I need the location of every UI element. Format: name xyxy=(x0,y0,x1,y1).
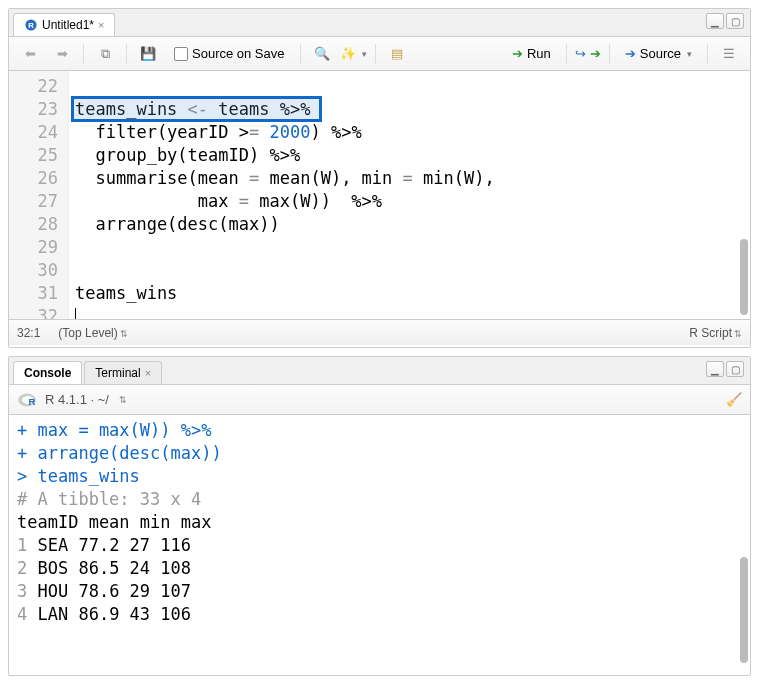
maximize-pane-button[interactable]: ▢ xyxy=(726,361,744,377)
r-file-icon: R xyxy=(24,18,38,32)
code-tools-button[interactable]: ✨▾ xyxy=(341,42,367,66)
session-switcher-icon[interactable]: ⇅ xyxy=(119,395,127,405)
console-session-label: R 4.1.1 · ~/ xyxy=(45,392,109,407)
save-icon: 💾 xyxy=(140,46,156,61)
minimize-pane-button[interactable]: ▁ xyxy=(706,13,724,29)
run-button[interactable]: ➔ Run xyxy=(505,42,558,65)
run-icon: ➔ xyxy=(512,46,523,61)
source-on-save-toggle[interactable]: Source on Save xyxy=(167,42,292,65)
editor-toolbar: ⬅ ➡ ⧉ 💾 Source on Save 🔍 ✨▾ ▤ ➔ Run ↪➔ ➔… xyxy=(9,37,750,71)
outline-button[interactable]: ☰ xyxy=(716,42,742,66)
svg-text:R: R xyxy=(29,395,36,406)
code-editor[interactable]: 22 23 24 25 26 27 28 29 30 31 32 teams_w… xyxy=(9,71,750,319)
console-scrollbar-thumb[interactable] xyxy=(740,557,748,663)
popout-icon: ⧉ xyxy=(101,46,110,62)
close-icon[interactable]: × xyxy=(98,19,104,31)
editor-tab-title: Untitled1* xyxy=(42,18,94,32)
rerun-icon: ↪ xyxy=(575,46,586,61)
line-gutter: 22 23 24 25 26 27 28 29 30 31 32 xyxy=(9,71,69,319)
source-editor-pane: R Untitled1* × ▁ ▢ ⬅ ➡ ⧉ 💾 Source on Sav… xyxy=(8,8,751,348)
source-on-save-label: Source on Save xyxy=(192,46,285,61)
editor-statusbar: 32:1 (Top Level)⇅ R Script⇅ xyxy=(9,319,750,345)
editor-tabbar: R Untitled1* × ▁ ▢ xyxy=(9,9,750,37)
filetype-selector[interactable]: R Script⇅ xyxy=(689,326,742,340)
close-icon[interactable]: × xyxy=(145,367,151,379)
terminal-tab[interactable]: Terminal × xyxy=(84,361,162,384)
save-button[interactable]: 💾 xyxy=(135,42,161,66)
console-tab-label: Console xyxy=(24,366,71,380)
compile-report-button[interactable]: ▤ xyxy=(384,42,410,66)
console-tab[interactable]: Console xyxy=(13,361,82,384)
rerun-icon-2: ➔ xyxy=(590,46,601,61)
console-header: R R 4.1.1 · ~/ ⇅ 🧹 xyxy=(9,385,750,415)
back-button[interactable]: ⬅ xyxy=(17,42,43,66)
maximize-pane-button[interactable]: ▢ xyxy=(726,13,744,29)
source-button[interactable]: ➔ Source ▾ xyxy=(618,42,699,65)
svg-text:R: R xyxy=(28,21,34,30)
arrow-right-icon: ➡ xyxy=(57,46,68,61)
notebook-icon: ▤ xyxy=(391,46,403,61)
editor-scrollbar-thumb[interactable] xyxy=(740,239,748,315)
clear-console-button[interactable]: 🧹 xyxy=(726,392,742,407)
arrow-left-icon: ⬅ xyxy=(25,46,36,61)
minimize-pane-button[interactable]: ▁ xyxy=(706,361,724,377)
show-in-new-window-button[interactable]: ⧉ xyxy=(92,42,118,66)
rerun-button[interactable]: ↪➔ xyxy=(575,42,601,66)
pane-corner-buttons: ▁ ▢ xyxy=(706,13,744,29)
scope-selector[interactable]: (Top Level)⇅ xyxy=(58,326,127,340)
console-pane: Console Terminal × ▁ ▢ R R 4.1.1 · ~/ ⇅ … xyxy=(8,356,751,676)
wand-icon: ✨ xyxy=(340,46,356,61)
forward-button[interactable]: ➡ xyxy=(49,42,75,66)
pane-corner-buttons: ▁ ▢ xyxy=(706,361,744,377)
source-icon: ➔ xyxy=(625,46,636,61)
highlight-box xyxy=(71,96,322,122)
search-icon: 🔍 xyxy=(314,46,330,61)
editor-tab-untitled[interactable]: R Untitled1* × xyxy=(13,13,115,36)
console-output[interactable]: + max = max(W)) %>%+ arrange(desc(max))>… xyxy=(9,415,750,669)
source-label: Source xyxy=(640,46,681,61)
checkbox-icon xyxy=(174,47,188,61)
console-tabbar: Console Terminal × ▁ ▢ xyxy=(9,357,750,385)
r-logo-icon: R xyxy=(17,392,37,408)
code-area[interactable]: teams_wins <- teams %>% filter(yearID >=… xyxy=(69,71,750,319)
run-label: Run xyxy=(527,46,551,61)
find-button[interactable]: 🔍 xyxy=(309,42,335,66)
cursor-position: 32:1 xyxy=(17,326,40,340)
terminal-tab-label: Terminal xyxy=(95,366,140,380)
outline-icon: ☰ xyxy=(723,46,735,61)
